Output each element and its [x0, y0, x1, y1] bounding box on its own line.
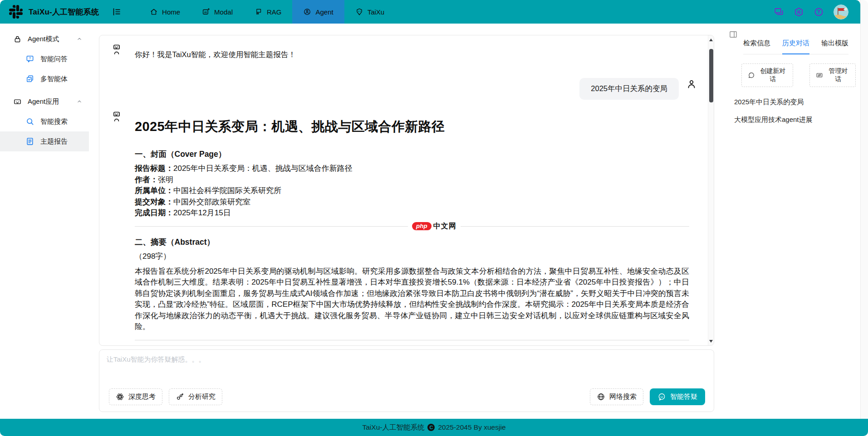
history-list: 2025年中日关系的变局 大模型应用技术agent进展	[726, 93, 860, 129]
chevron-up-icon	[76, 98, 83, 105]
agent-circle-icon	[303, 8, 311, 16]
brand: TaiXu-人工智能系统	[0, 0, 122, 24]
person-icon	[686, 78, 697, 90]
report-cover-heading: 一、封面（Cover Page）	[135, 149, 689, 160]
app-window: TaiXu-人工智能系统 Home AI Modal	[0, 0, 868, 436]
sidebar-group-agent-mode[interactable]: Agent模式	[0, 29, 89, 49]
document-icon	[25, 137, 34, 146]
right-panel-tabs: 检索信息 历史对话 输出模版	[743, 39, 848, 54]
report-field-author: 作者：张明	[135, 174, 689, 186]
manage-box-icon	[816, 72, 823, 79]
chevron-up-icon	[76, 36, 83, 42]
lock-icon	[13, 35, 22, 44]
user-avatar[interactable]	[834, 5, 848, 19]
messages-icon[interactable]	[774, 7, 784, 17]
copyright-icon: C	[427, 424, 435, 431]
scroll-up-arrow[interactable]	[708, 36, 714, 43]
section-divider: php 中文网	[135, 226, 689, 227]
bot-message-greeting: 你好！我是TaiXu智能，欢迎使用智能主题报告！	[111, 44, 296, 60]
page-scrollbar-track	[860, 0, 868, 419]
sidebar-item-topic-report[interactable]: 主题报告	[0, 131, 89, 151]
menu-item-taixu[interactable]: TaiXu	[344, 0, 396, 24]
smiley-chat-icon	[657, 392, 666, 401]
menu-item-agent[interactable]: Agent	[292, 0, 344, 24]
tab-output-template[interactable]: 输出模版	[821, 39, 848, 54]
svg-text:?: ?	[817, 9, 820, 15]
top-navbar: TaiXu-人工智能系统 Home AI Modal	[0, 0, 860, 24]
sidebar-group-label: Agent模式	[28, 35, 59, 44]
menu-label: Home	[162, 8, 180, 16]
ai-box-icon: AI	[202, 8, 210, 16]
globe-icon	[597, 392, 605, 401]
robot-card-icon	[13, 97, 22, 106]
history-item[interactable]: 大模型应用技术agent进展	[726, 111, 860, 129]
home-icon	[150, 8, 158, 16]
history-actions: 创建新对话 管理对话	[741, 63, 856, 87]
flag-search-icon	[255, 8, 263, 16]
svg-text:?: ?	[29, 57, 31, 60]
menu-label: Agent	[315, 8, 333, 16]
sidebar-item-multi-agent[interactable]: 多智能体	[0, 69, 89, 89]
sidebar-item-label: 主题报告	[40, 137, 68, 146]
php-cn-watermark: php 中文网	[408, 222, 461, 231]
manage-chats-button[interactable]: 管理对话	[809, 63, 856, 87]
panel-collapse-icon[interactable]	[729, 30, 738, 41]
deep-think-button[interactable]: 深度思考	[109, 388, 162, 405]
menu-label: TaiXu	[368, 8, 385, 16]
chat-scrollbar	[708, 35, 714, 345]
multi-squares-check-icon	[25, 74, 34, 83]
robot-icon	[111, 44, 123, 55]
menu-label: RAG	[267, 8, 282, 16]
molecule-arrow-icon	[176, 392, 184, 401]
main-content: 你好！我是TaiXu智能，欢迎使用智能主题报告！ 2025年中日关系的变局 20…	[89, 24, 726, 419]
app-logo-icon	[9, 5, 23, 19]
report-abstract-text: 本报告旨在系统分析2025年中日关系变局的驱动机制与区域影响。研究采用多源数据整…	[135, 266, 689, 333]
search-icon	[25, 117, 34, 126]
smart-answer-button[interactable]: 智能答疑	[650, 388, 705, 405]
right-panel: 检索信息 历史对话 输出模版 创建新对话 管理对话 2025年中日关系的变局 大…	[726, 24, 860, 419]
history-item[interactable]: 2025年中日关系的变局	[726, 93, 860, 111]
analyze-research-button[interactable]: 分析研究	[169, 388, 222, 405]
menu-item-rag[interactable]: RAG	[244, 0, 293, 24]
scroll-down-arrow[interactable]	[708, 338, 714, 344]
sidebar-item-smart-search[interactable]: 智能搜索	[0, 111, 89, 131]
scrollbar-thumb[interactable]	[709, 49, 713, 102]
composer: 深度思考 分析研究 网络搜索	[99, 349, 714, 412]
svg-text:AI: AI	[204, 11, 207, 14]
tab-retrieval-info[interactable]: 检索信息	[743, 39, 770, 54]
report-abstract-heading: 二、摘要（Abstract）	[135, 237, 689, 247]
sidebar-group-label: Agent应用	[28, 97, 59, 106]
greeting-text: 你好！我是TaiXu智能，欢迎使用智能主题报告！	[135, 44, 296, 60]
report-article: 2025年中日关系变局：机遇、挑战与区域合作新路径 一、封面（Cover Pag…	[135, 111, 689, 346]
footer-copyright: 2025-2045 By xuesjie	[438, 423, 505, 431]
sidebar-group-agent-apps[interactable]: Agent应用	[0, 92, 89, 111]
menu-item-modal[interactable]: AI Modal	[191, 0, 244, 24]
bot-message-report: 2025年中日关系变局：机遇、挑战与区域合作新路径 一、封面（Cover Pag…	[111, 111, 689, 346]
chat-input[interactable]	[107, 355, 705, 383]
tab-history-chats[interactable]: 历史对话	[782, 39, 809, 54]
new-chat-button[interactable]: 创建新对话	[741, 63, 793, 87]
footer-app-name: TaiXu-人工智能系统	[362, 423, 424, 432]
chat-question-icon: ?	[25, 54, 34, 63]
php-logo: php	[412, 222, 432, 230]
menu-item-home[interactable]: Home	[139, 0, 191, 24]
sidebar-item-qa[interactable]: ? 智能问答	[0, 49, 89, 69]
section-divider	[135, 340, 689, 340]
menu-unfold-icon[interactable]	[112, 7, 122, 17]
sidebar-item-label: 智能问答	[40, 55, 68, 63]
report-abstract-wordcount: （298字）	[135, 251, 689, 262]
report-field-date: 完成日期：2025年12月15日	[135, 208, 689, 219]
app-title: TaiXu-人工智能系统	[29, 7, 99, 17]
menu-label: Modal	[214, 8, 233, 16]
composer-toolbar: 深度思考 分析研究 网络搜索	[109, 388, 705, 405]
web-search-button[interactable]: 网络搜索	[590, 388, 643, 405]
help-icon[interactable]: ?	[814, 7, 824, 17]
user-message-bubble: 2025年中日关系的变局	[579, 78, 679, 100]
user-message: 2025年中日关系的变局	[579, 78, 697, 100]
report-field-org: 所属单位：中国社会科学院国际关系研究所	[135, 185, 689, 197]
left-sidebar: Agent模式 ? 智能问答 多智能体 Agent应用	[0, 24, 89, 419]
sidebar-item-label: 多智能体	[40, 75, 68, 83]
report-field-recipient: 提交对象：中国外交部政策研究室	[135, 197, 689, 208]
footer: TaiXu-人工智能系统 C 2025-2045 By xuesjie	[0, 419, 868, 436]
settings-icon[interactable]	[794, 7, 804, 17]
